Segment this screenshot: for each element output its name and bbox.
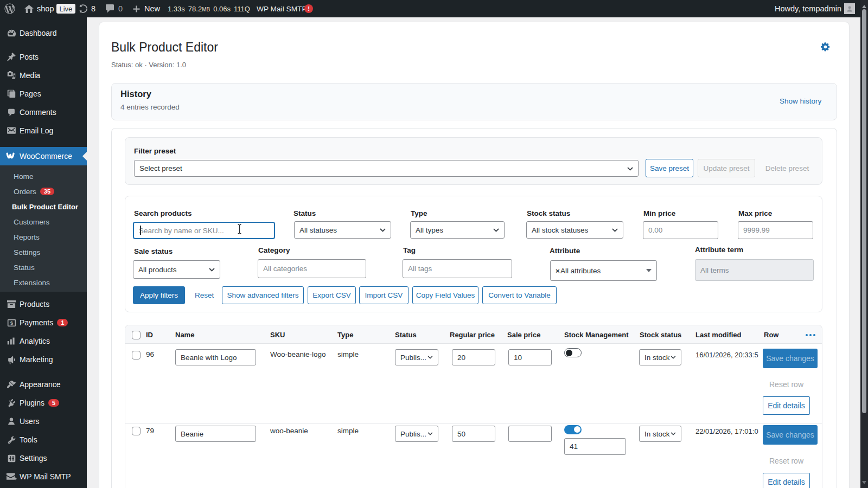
svg-text:$: $ (10, 320, 13, 326)
